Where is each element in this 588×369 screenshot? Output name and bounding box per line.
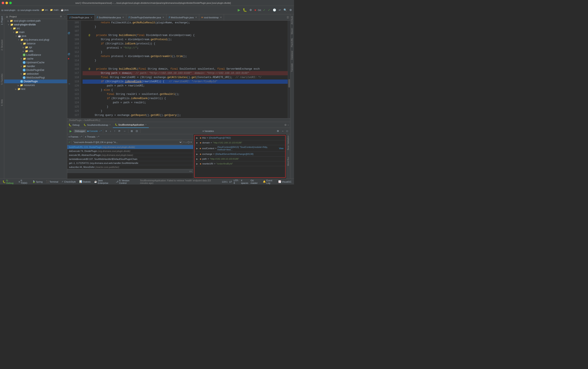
tree-item-main[interactable]: ▼ 📁 main <box>4 30 67 34</box>
step-out-button[interactable]: ↑ <box>113 129 117 133</box>
tree-item-java[interactable]: ▼ ☕ java <box>4 34 67 38</box>
variables-settings[interactable]: ⚙ <box>276 129 280 133</box>
tree-item-divide[interactable]: ▼ 📁 soul-plugin-divide <box>4 23 67 27</box>
tree-item-divide-plugin[interactable]: C DividePlugin <box>4 80 67 83</box>
search-button[interactable]: 🔍 <box>283 8 288 12</box>
tree-item-cache[interactable]: ▼ 📁 cache <box>4 57 67 61</box>
tree-item-websocket[interactable]: ▼ 📁 websocket <box>4 72 67 76</box>
thread-up-button[interactable]: ↑ <box>183 141 185 144</box>
var-expand-icon-2[interactable]: ▶ <box>196 142 199 144</box>
tree-item-resources[interactable]: ▶ 📁 resources <box>4 83 67 87</box>
encoding-label[interactable]: UTF-8 <box>234 179 239 184</box>
tab-close-icon[interactable]: ✕ <box>162 16 164 19</box>
breadcrumb-item-4[interactable]: 📁 main <box>50 9 59 11</box>
step-over-button[interactable]: ≡ <box>104 129 108 133</box>
var-item-path[interactable]: ▶ ● path = "http://192.168.10.103:8188" <box>195 156 285 161</box>
maven-toggle[interactable]: Maven <box>290 26 294 36</box>
var-expand-icon-4[interactable]: ▶ <box>196 153 199 155</box>
close-button[interactable] <box>2 2 4 4</box>
project-panel-toggle[interactable]: 1: Project <box>0 15 4 26</box>
tab-soul-web-handler[interactable]: J SoulWebHandler.java ✕ <box>95 14 126 20</box>
frame-item-1[interactable]: buildRealURL:119, DividePlugin (org.drom… <box>67 145 193 149</box>
editor-scrollbar[interactable] <box>288 20 290 118</box>
git-x-button[interactable]: ✓ <box>267 8 271 12</box>
spring-status-item[interactable]: 🍃 Spring <box>31 180 43 183</box>
var-item-rewrite-uri[interactable]: ▶ ● rewriteURI = "/order/findById" <box>195 161 285 166</box>
tree-item-balance[interactable]: ▼ 📁 balance <box>4 42 67 45</box>
lf-label[interactable]: LF <box>229 181 232 183</box>
debug-tab-bootstrap[interactable]: 🐛 SoulBootstrapApplication ✕ <box>113 122 149 128</box>
event-log-status-item[interactable]: 🔔 Event Log <box>262 179 276 184</box>
ant-build-toggle[interactable]: Ant Build <box>290 14 294 26</box>
step-into-button[interactable]: ↓ <box>109 129 112 133</box>
thread-filter-button[interactable]: ⬡ <box>187 141 190 144</box>
translate-toggle[interactable]: Translate <box>290 62 294 74</box>
tab-websocket-plugin[interactable]: J WebSocketPlugin.java ✕ <box>167 14 199 20</box>
plantuml-toggle[interactable]: PlantUML <box>290 36 294 49</box>
statistic-status-item[interactable]: 📊 Statistic <box>78 180 92 183</box>
breadcrumb-item-1[interactable]: 🗂 soul-plugin <box>1 9 15 11</box>
spaces-label[interactable]: 4 spaces <box>241 179 249 184</box>
debugger-tab[interactable]: Debugger <box>74 129 86 133</box>
breadcrumb-item-3[interactable]: 📁 src <box>41 9 48 11</box>
java-enterprise-status-item[interactable]: ☕ Java Enterprise <box>93 179 113 184</box>
run-button[interactable]: ▶ <box>237 8 241 12</box>
variables-expand[interactable]: □ <box>285 129 289 133</box>
favorites-panel-toggle[interactable]: 5: Favorites <box>0 73 4 85</box>
thread-down-button[interactable]: ↓ <box>185 141 186 144</box>
tab-close-icon[interactable]: ✕ <box>195 16 197 19</box>
tab-close-icon[interactable]: ✕ <box>220 16 222 19</box>
tab-close-icon[interactable]: ✕ <box>91 16 92 19</box>
stop-button[interactable]: ■ <box>254 8 257 12</box>
tree-item-loadbalance[interactable]: C LoadBalance <box>4 53 67 57</box>
maximize-button[interactable] <box>9 2 12 4</box>
debug-tab-admin[interactable]: 🐛 SoulAdminBootstrap ✕ <box>81 122 113 128</box>
tree-item-handler[interactable]: ▼ 📁 handler <box>4 64 67 68</box>
minimize-button[interactable] <box>5 2 8 4</box>
resume-button[interactable]: ▶ <box>69 129 73 133</box>
tree-item-org[interactable]: ▼ 📁 org.dromara.soul.plugi <box>4 38 67 42</box>
checkstyle-status-item[interactable]: ✓ CheckStyle <box>61 180 77 183</box>
thread-dropdown[interactable]: "soul-work-threads-5"@8,136 in group "m.… <box>71 140 182 144</box>
breadcrumb-item-5[interactable]: ☕ java <box>61 9 69 11</box>
var-view-link[interactable]: View <box>279 147 284 150</box>
force-step-button[interactable]: → <box>122 129 127 133</box>
frame-item-6[interactable]: subscribe:44, MonoDefer (reactor.core.pu… <box>67 165 193 169</box>
var-expand-icon-6[interactable]: ▶ <box>196 163 199 165</box>
tree-item-upstream-cache[interactable]: C UpstreamCache <box>4 61 67 64</box>
database-toggle[interactable]: Database <box>290 49 294 62</box>
todo-status-item[interactable]: ≡ 6: TODO <box>18 179 30 184</box>
settings-button[interactable]: ⚙ <box>289 8 293 12</box>
tree-item-websocket-plugin[interactable]: C WebSocketPlugi <box>4 76 67 80</box>
code-editor[interactable]: @ @ ● → 105 106 107 108 109 110 111 112 … <box>67 20 290 122</box>
frames-scroll-more[interactable]: >> <box>67 169 193 173</box>
variables-minimize[interactable]: – <box>281 129 284 133</box>
var-expand-icon[interactable]: ▶ <box>196 137 199 139</box>
scrollbar-thumb[interactable] <box>288 79 290 88</box>
tab-divide-data-handler[interactable]: J DividePluginDataHandler.java ✕ <box>126 14 167 20</box>
tab-close-icon[interactable]: ✕ <box>122 16 124 19</box>
debug-run-button[interactable]: 🐛 <box>242 8 248 12</box>
frame-item-4[interactable]: lambda$execute$0:107, SoulWebHandler$Def… <box>67 157 193 161</box>
word-boc-toggle[interactable]: Word Boc <box>287 155 290 167</box>
tab-divide-plugin[interactable]: J DividePlugin.java ✕ <box>67 14 95 20</box>
breadcrumb-item-2[interactable]: 🗂 soul-plugin-rewrite <box>18 9 39 11</box>
tree-item-test[interactable]: ▶ 📁 test <box>4 87 67 91</box>
var-item-exchange[interactable]: ▶ ● exchange = {DefaultServerWebExchange… <box>195 152 285 156</box>
debug-tab-close-icon-2[interactable]: ✕ <box>145 123 147 126</box>
mute-breakpoints-button[interactable]: ⊡ <box>135 129 139 133</box>
drop-frame-button[interactable]: ⟳ <box>117 129 121 133</box>
terminal-status-item[interactable]: ⬛ Terminal <box>45 180 59 183</box>
git-branch-label[interactable]: Git: master <box>251 179 260 184</box>
tree-item-divide-data[interactable]: C DividePluginDat <box>4 68 67 72</box>
var-item-soul-context[interactable]: ▶ ● soulContext = {SoulContext@8413} "So… <box>195 145 285 152</box>
table-view-button[interactable]: ⊞ <box>130 129 134 133</box>
frame-item-5[interactable]: get:-1, 1172254721 (org.dromara.soul.web… <box>67 161 193 165</box>
project-settings-icon[interactable]: ⚙ <box>60 15 62 18</box>
code-content[interactable]: return FallbackUtils.getNoRuleResult(plu… <box>81 20 288 118</box>
console-link[interactable]: ■ Console →* <box>87 130 101 132</box>
undo-button[interactable]: ↩ <box>278 8 282 12</box>
visual-gc-status-item[interactable]: 📈 VisualGC <box>277 180 292 183</box>
tree-item-spi[interactable]: ▶ 📁 spi <box>4 45 67 49</box>
bean-validation-toggle[interactable]: Bean Validation <box>287 134 290 151</box>
